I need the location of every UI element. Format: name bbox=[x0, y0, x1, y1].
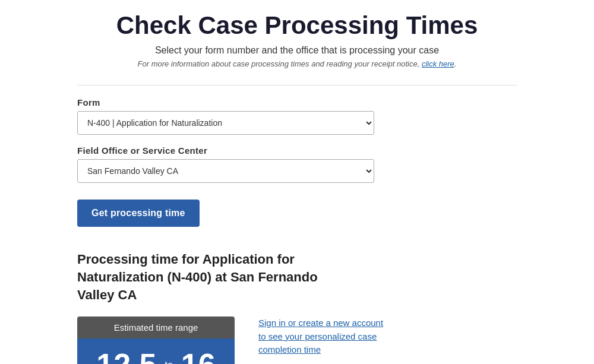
form-label: Form bbox=[77, 97, 517, 107]
time-to-number: 16 bbox=[181, 349, 216, 364]
page-subtitle: Select your form number and the office t… bbox=[77, 45, 517, 56]
result-section: Processing time for Application for Natu… bbox=[77, 251, 517, 364]
estimated-header: Estimated time range bbox=[77, 316, 235, 338]
page-title: Check Case Processing Times bbox=[77, 12, 517, 39]
result-content: Estimated time range 12.5 Months to 16 M… bbox=[77, 316, 517, 364]
page-wrapper: Check Case Processing Times Select your … bbox=[59, 0, 535, 364]
get-processing-button[interactable]: Get processing time bbox=[77, 200, 200, 227]
divider bbox=[77, 85, 517, 86]
time-to-block: 16 Months bbox=[181, 349, 216, 364]
time-from-number: 12.5 bbox=[96, 349, 156, 364]
page-info: For more information about case processi… bbox=[77, 59, 517, 68]
form-field-section: Form N-400 | Application for Naturalizat… bbox=[77, 97, 517, 135]
office-label: Field Office or Service Center bbox=[77, 145, 517, 156]
office-field-section: Field Office or Service Center San Ferna… bbox=[77, 145, 517, 183]
time-to-label: to bbox=[165, 360, 173, 364]
result-title: Processing time for Application for Natu… bbox=[77, 251, 327, 303]
office-select[interactable]: San Fernando Valley CA Los Angeles CA Sa… bbox=[77, 159, 374, 183]
page-info-text: For more information about case processi… bbox=[138, 59, 420, 68]
click-here-link[interactable]: click here bbox=[422, 59, 454, 68]
sign-in-link[interactable]: Sign in or create a new account to see y… bbox=[258, 316, 389, 357]
form-select[interactable]: N-400 | Application for Naturalization I… bbox=[77, 111, 374, 135]
time-from-block: 12.5 Months bbox=[96, 349, 156, 364]
estimated-time-box: Estimated time range 12.5 Months to 16 M… bbox=[77, 316, 235, 364]
estimated-body: 12.5 Months to 16 Months bbox=[77, 338, 235, 364]
